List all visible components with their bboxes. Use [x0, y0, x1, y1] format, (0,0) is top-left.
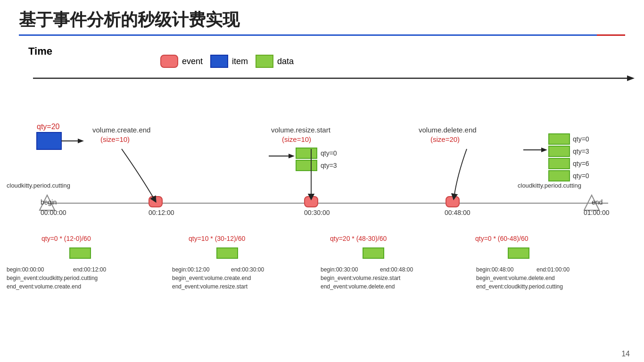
- e3-qty6-label: qty=6: [573, 160, 589, 167]
- event3-marker: [446, 197, 459, 207]
- seg3-end: end:00:48:00: [380, 266, 413, 273]
- page-title: 基于事件分析的秒级计费实现: [19, 8, 625, 32]
- e2-qty3-label: qty=3: [321, 162, 337, 169]
- svg-marker-3: [78, 139, 84, 143]
- seg3-end-event: end_event:volume.delete.end: [321, 283, 395, 290]
- seg4-qty-formula: qty=0 * (60-48)/60: [475, 235, 528, 242]
- time-arrow-icon: [627, 75, 635, 81]
- event2-size-text: (size=10): [282, 135, 311, 143]
- event1-marker: [149, 197, 162, 207]
- time-end: 01:00:00: [584, 209, 610, 216]
- seg1-data-box: [70, 248, 91, 258]
- e3-qty0-label: qty=0: [573, 135, 589, 143]
- event2-marker: [305, 197, 318, 207]
- seg4-begin-event: begin_event:volume.delete.end: [476, 275, 555, 281]
- seg1-begin-event: begin_event:cloudkitty.period.cutting: [7, 275, 98, 281]
- data-box-e3-4: [549, 171, 570, 181]
- seg4-end: end:01:00:00: [537, 266, 570, 273]
- seg3-data-box: [363, 248, 384, 258]
- period-left-label: cloudkitty.period.cutting: [7, 182, 70, 189]
- page-number: 14: [621, 350, 630, 358]
- seg3-begin-event: begin_event:volume.resize.start: [321, 275, 401, 281]
- seg1-begin: begin:00:00:00: [7, 266, 44, 273]
- event2-label-text: volume.resize.start: [271, 126, 331, 134]
- seg3-qty-formula: qty=20 * (48-30)/60: [330, 235, 387, 242]
- seg4-begin: begin:00:48:00: [476, 266, 514, 273]
- seg1-qty-formula: qty=0 * (12-0)/60: [41, 235, 91, 242]
- initial-item-box: [37, 132, 61, 149]
- end-label: end: [592, 198, 603, 206]
- seg2-data-box: [217, 248, 238, 258]
- seg1-end-event: end_event:volume.create.end: [7, 283, 81, 290]
- qty-initial-label: qty=20: [37, 123, 60, 131]
- time-e1: 00:12:00: [149, 209, 174, 216]
- time-e3: 00:48:00: [445, 209, 471, 216]
- seg3-begin: begin:00:30:00: [321, 266, 358, 273]
- main-content: Time event item data: [0, 41, 644, 352]
- seg1-end: end:00:12:00: [73, 266, 106, 273]
- data-box-e2-1: [296, 148, 317, 158]
- event1-size-text: (size=10): [100, 135, 130, 143]
- period-right-label: cloudkitty.period.cutting: [518, 182, 581, 189]
- timeline-svg: qty=20 volume.create.end (size=10) volum…: [0, 41, 644, 352]
- time-begin: 00:00:00: [41, 209, 66, 216]
- event3-size-text: (size=20): [430, 135, 460, 143]
- e3-qty3-label: qty=3: [573, 148, 589, 155]
- event3-label-text: volume.delete.end: [419, 126, 477, 134]
- event1-label-text: volume.create.end: [92, 126, 150, 134]
- data-box-e3-2: [549, 146, 570, 156]
- seg2-begin-event: begin_event:volume.create.end: [172, 275, 251, 281]
- title-underline: [19, 34, 625, 36]
- svg-marker-7: [541, 148, 547, 152]
- blue-underline: [19, 34, 597, 36]
- data-box-e3-1: [549, 134, 570, 144]
- title-area: 基于事件分析的秒级计费实现: [0, 0, 644, 41]
- e2-qty0-label: qty=0: [321, 149, 337, 157]
- time-e2: 00:30:00: [304, 209, 330, 216]
- seg2-end: end:00:30:00: [231, 266, 264, 273]
- seg4-data-box: [508, 248, 529, 258]
- seg4-end-event: end_event:cloudkitty.period.cutting: [476, 283, 563, 290]
- seg2-begin: begin:00:12:00: [172, 266, 210, 273]
- red-underline: [597, 34, 625, 36]
- seg2-end-event: end_event:volume.resize.start: [172, 283, 248, 290]
- data-box-e3-3: [549, 158, 570, 169]
- svg-marker-5: [289, 154, 295, 158]
- seg2-qty-formula: qty=10 * (30-12)/60: [189, 235, 245, 242]
- e3-qty0b-label: qty=0: [573, 172, 589, 180]
- begin-label: begin: [41, 198, 57, 206]
- data-box-e2-2: [296, 160, 317, 171]
